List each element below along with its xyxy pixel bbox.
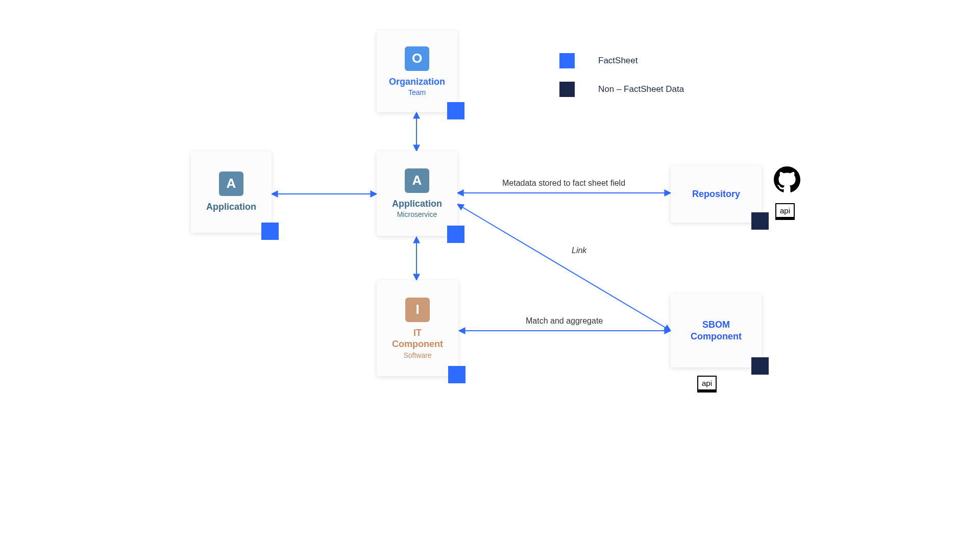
legend-nonfactsheet-swatch: [559, 82, 575, 97]
node-application-left: A Application: [191, 151, 272, 233]
architecture-diagram: Metadata stored to fact sheet field Link…: [122, 0, 857, 408]
legend-factsheet: FactSheet: [559, 53, 684, 68]
node-it-component: I ITComponent Software: [377, 280, 458, 376]
legend-factsheet-swatch: [559, 53, 575, 68]
edge-label-match: Match and aggregate: [526, 316, 603, 326]
organization-type-factsheet: [447, 102, 464, 119]
sbom-component-title: SBOMComponent: [691, 319, 742, 343]
application-center-title: Application: [392, 198, 442, 210]
edge-label-link: Link: [572, 246, 586, 255]
application-center-icon: A: [405, 168, 429, 193]
node-application-center: A Application Microservice: [377, 151, 457, 236]
organization-icon: O: [405, 46, 429, 71]
application-left-icon: A: [219, 171, 243, 196]
application-left-type-factsheet: [261, 223, 279, 240]
it-component-subtitle: Software: [403, 351, 431, 359]
it-component-icon: I: [405, 298, 430, 322]
api-badge-repository: api: [775, 203, 795, 220]
node-repository: Repository: [671, 165, 762, 223]
application-left-title: Application: [206, 201, 256, 213]
edge-label-metadata: Metadata stored to fact sheet field: [502, 179, 625, 188]
api-badge-sbom: api: [697, 376, 717, 392]
organization-title: Organization: [389, 76, 445, 88]
svg-line-5: [457, 204, 671, 331]
it-component-type-factsheet: [448, 366, 465, 383]
legend-nonfactsheet: Non – FactSheet Data: [559, 82, 684, 97]
repository-title: Repository: [692, 188, 740, 200]
legend-factsheet-label: FactSheet: [598, 56, 638, 66]
repository-type-nonfactsheet: [751, 212, 769, 230]
github-icon: [774, 166, 800, 195]
legend: FactSheet Non – FactSheet Data: [559, 53, 684, 110]
node-organization: O Organization Team: [377, 31, 457, 112]
node-sbom-component: SBOMComponent: [671, 294, 762, 367]
application-center-subtitle: Microservice: [397, 210, 437, 218]
application-center-type-factsheet: [447, 226, 464, 243]
organization-subtitle: Team: [408, 88, 426, 96]
sbom-component-type-nonfactsheet: [751, 357, 769, 375]
it-component-title: ITComponent: [392, 327, 443, 350]
legend-nonfactsheet-label: Non – FactSheet Data: [598, 84, 684, 94]
